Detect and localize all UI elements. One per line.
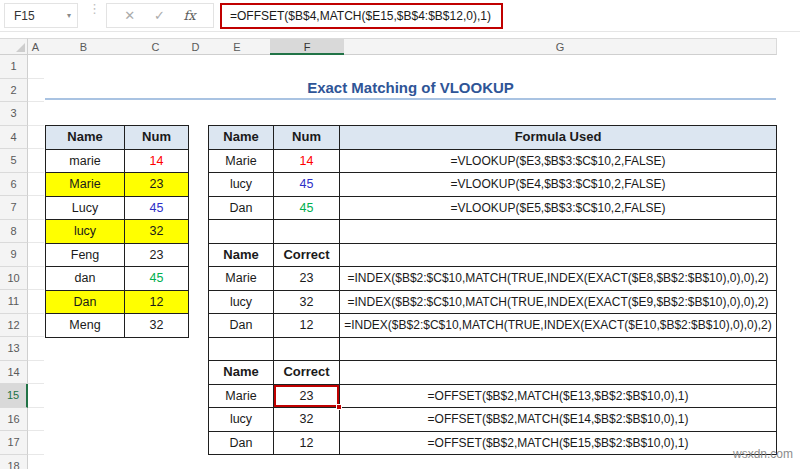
left-header-num[interactable]: Num: [125, 126, 189, 150]
section-header-formula[interactable]: [340, 361, 777, 385]
num-cell[interactable]: 32: [125, 220, 189, 244]
row-header-17[interactable]: 17: [0, 431, 28, 455]
insert-function-icon[interactable]: fx: [183, 8, 195, 23]
row-header-18[interactable]: 18: [0, 455, 28, 469]
section-header-num[interactable]: Correct: [274, 361, 340, 385]
row-header-8[interactable]: 8: [0, 220, 28, 244]
num-cell[interactable]: 45: [274, 197, 340, 221]
row-header-13[interactable]: 13: [0, 337, 28, 361]
num-cell[interactable]: 12: [125, 291, 189, 315]
num-cell[interactable]: 32: [274, 291, 340, 315]
name-cell[interactable]: lucy: [209, 408, 274, 432]
name-cell[interactable]: Marie: [209, 267, 274, 291]
name-cell[interactable]: Marie: [209, 385, 274, 409]
formula-cell[interactable]: =OFFSET($B$2,MATCH($E13,$B$2:$B$10,0),1): [340, 385, 777, 409]
name-cell[interactable]: Meng: [46, 314, 125, 338]
row-header-10[interactable]: 10: [0, 267, 28, 291]
select-all-corner[interactable]: [0, 38, 28, 55]
formula-cell[interactable]: =INDEX($B$2:$C$10,MATCH(TRUE,INDEX(EXACT…: [340, 314, 777, 338]
empty-cell[interactable]: [340, 338, 777, 362]
cancel-icon[interactable]: ✕: [124, 8, 135, 23]
name-cell[interactable]: Marie: [209, 150, 274, 174]
column-header-B[interactable]: B: [43, 38, 125, 55]
empty-cell[interactable]: [209, 338, 274, 362]
row-header-14[interactable]: 14: [0, 361, 28, 385]
excel-window: F15 ▾ ⋮ ✕ ✓ fx =OFFSET($B$4,MATCH($E15,$…: [0, 0, 800, 469]
section-header-name[interactable]: Name: [209, 361, 274, 385]
num-cell[interactable]: 23: [125, 173, 189, 197]
row-header-11[interactable]: 11: [0, 290, 28, 314]
row-header-6[interactable]: 6: [0, 173, 28, 197]
section-header-name[interactable]: Name: [209, 126, 274, 150]
column-header-E[interactable]: E: [204, 38, 271, 55]
formula-cell[interactable]: =VLOOKUP($E3,$B$3:$C$10,2,FALSE): [340, 150, 777, 174]
column-header-C[interactable]: C: [124, 38, 188, 55]
formula-cell[interactable]: =VLOOKUP($E5,$B$3:$C$10,2,FALSE): [340, 197, 777, 221]
section-header-num[interactable]: Correct: [274, 244, 340, 268]
num-cell[interactable]: 32: [125, 314, 189, 338]
name-box-dropdown-icon[interactable]: ▾: [67, 11, 77, 20]
empty-cell[interactable]: [209, 220, 274, 244]
formula-input[interactable]: =OFFSET($B$4,MATCH($E15,$B$4:$B$12,0),1): [220, 3, 503, 29]
left-header-name[interactable]: Name: [46, 126, 125, 150]
name-cell[interactable]: Dan: [209, 314, 274, 338]
enter-icon[interactable]: ✓: [154, 8, 165, 23]
name-cell[interactable]: lucy: [209, 291, 274, 315]
formula-cell[interactable]: =OFFSET($B$2,MATCH($E14,$B$2:$B$10,0),1): [340, 408, 777, 432]
row-header-15[interactable]: 15: [0, 384, 28, 408]
name-cell[interactable]: lucy: [209, 173, 274, 197]
row-header-16[interactable]: 16: [0, 408, 28, 432]
fill-handle[interactable]: [336, 404, 342, 410]
row-header-strip: 123456789101112131415161718: [0, 55, 28, 469]
name-cell[interactable]: marie: [46, 150, 125, 174]
column-header-F[interactable]: F: [270, 38, 345, 55]
name-box[interactable]: F15 ▾: [4, 3, 78, 28]
num-cell[interactable]: 23: [274, 267, 340, 291]
row-header-5[interactable]: 5: [0, 149, 28, 173]
name-cell[interactable]: Feng: [46, 244, 125, 268]
section-header-num[interactable]: Num: [274, 126, 340, 150]
selected-cell-F15[interactable]: 23: [274, 385, 340, 409]
section-header-formula[interactable]: [340, 244, 777, 268]
source-data-table: NameNummarie14Marie23Lucy45lucy32Feng23d…: [45, 125, 189, 338]
row-header-9[interactable]: 9: [0, 243, 28, 267]
section-header-formula[interactable]: Formula Used: [340, 126, 777, 150]
num-cell[interactable]: 14: [125, 150, 189, 174]
sheet-title: Exact Matching of VLOOKUP: [45, 79, 776, 96]
num-cell[interactable]: 12: [274, 432, 340, 456]
num-cell[interactable]: 23: [125, 244, 189, 268]
formula-cell[interactable]: =VLOOKUP($E4,$B$3:$C$10,2,FALSE): [340, 173, 777, 197]
name-cell[interactable]: Marie: [46, 173, 125, 197]
column-header-G[interactable]: G: [344, 38, 777, 55]
name-cell[interactable]: Dan: [209, 432, 274, 456]
row-header-4[interactable]: 4: [0, 126, 28, 150]
empty-cell[interactable]: [340, 220, 777, 244]
row-header-2[interactable]: 2: [0, 79, 28, 103]
name-cell[interactable]: dan: [46, 267, 125, 291]
section-header-name[interactable]: Name: [209, 244, 274, 268]
gridline-stub: [28, 430, 44, 431]
formula-cell[interactable]: =OFFSET($B$2,MATCH($E15,$B$2:$B$10,0),1): [340, 432, 777, 456]
name-cell[interactable]: lucy: [46, 220, 125, 244]
num-cell[interactable]: 45: [125, 267, 189, 291]
formula-cell[interactable]: =INDEX($B$2:$C$10,MATCH(TRUE,INDEX(EXACT…: [340, 267, 777, 291]
num-cell[interactable]: 14: [274, 150, 340, 174]
row-header-3[interactable]: 3: [0, 102, 28, 126]
num-cell[interactable]: 45: [274, 173, 340, 197]
empty-cell[interactable]: [274, 338, 340, 362]
num-cell[interactable]: 12: [274, 314, 340, 338]
name-cell[interactable]: Dan: [209, 197, 274, 221]
column-header-D[interactable]: D: [187, 38, 205, 55]
empty-cell[interactable]: [274, 220, 340, 244]
row-header-1[interactable]: 1: [0, 55, 28, 79]
watermark: wsxdn.com: [733, 447, 793, 461]
name-cell[interactable]: Dan: [46, 291, 125, 315]
row-header-7[interactable]: 7: [0, 196, 28, 220]
num-cell[interactable]: 32: [274, 408, 340, 432]
gridline-stub: [28, 454, 44, 455]
row-header-12[interactable]: 12: [0, 314, 28, 338]
formula-cell[interactable]: =INDEX($B$2:$C$10,MATCH(TRUE,INDEX(EXACT…: [340, 291, 777, 315]
name-cell[interactable]: Lucy: [46, 197, 125, 221]
column-header-A[interactable]: A: [28, 38, 44, 55]
num-cell[interactable]: 45: [125, 197, 189, 221]
